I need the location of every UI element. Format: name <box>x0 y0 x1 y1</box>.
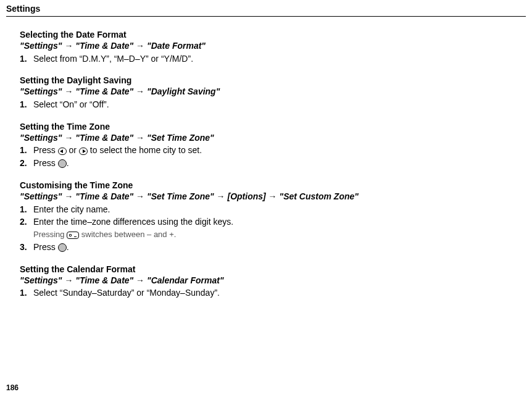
header-divider <box>6 16 526 17</box>
step-text-pre: Press <box>33 242 58 252</box>
step-number: 2. <box>20 216 33 228</box>
nav-path-segment: "Settings" <box>20 133 62 143</box>
step-number: 1. <box>20 144 33 156</box>
nav-path-segment: "Daylight Saving" <box>147 86 220 96</box>
step-body: Enter the city name. <box>33 204 372 215</box>
nav-path-segment: "Time & Date" <box>75 191 133 201</box>
step-text-post: . <box>67 158 69 168</box>
nav-path: "Settings" → "Time & Date" → "Daylight S… <box>20 86 372 98</box>
step-text: Select from “D.M.Y”, “M–D–Y” or “Y/M/D”. <box>33 54 193 64</box>
nav-path-segment: "Time & Date" <box>75 41 133 51</box>
key-icon <box>67 232 79 239</box>
step-row: 1.Press or to select the home city to se… <box>20 144 372 156</box>
nav-path: "Settings" → "Time & Date" → "Set Time Z… <box>20 133 372 144</box>
step-row: 1.Select “Sunday–Saturday” or “Monday–Su… <box>20 287 372 299</box>
step-text-post: . <box>67 242 69 252</box>
nav-path-segment: "Settings" <box>20 41 62 51</box>
step-body: Press or to select the home city to set. <box>33 144 372 156</box>
arrow-icon: → <box>62 41 76 51</box>
arrow-icon: → <box>214 191 228 201</box>
ok-button-icon <box>58 243 67 252</box>
page: Settings Selecting the Date Format"Setti… <box>0 0 532 397</box>
step-text: Select “Sunday–Saturday” or “Monday–Sund… <box>33 288 220 298</box>
section-title: Customising the Time Zone <box>20 180 372 190</box>
nav-right-icon <box>79 148 88 155</box>
arrow-icon: → <box>133 191 147 201</box>
step-body: Enter the time–zone differences using th… <box>33 216 372 228</box>
nav-path: "Settings" → "Time & Date" → "Set Time Z… <box>20 191 372 203</box>
step-text-post: to select the home city to set. <box>88 145 202 155</box>
section-title: Setting the Calendar Format <box>20 264 372 274</box>
arrow-icon: → <box>62 86 76 96</box>
step-row: 2.Enter the time–zone differences using … <box>20 216 372 228</box>
nav-path-segment: [Options] <box>228 191 266 201</box>
section-title: Selecting the Date Format <box>20 30 372 40</box>
step-row: 1.Select “On” or “Off”. <box>20 99 372 111</box>
arrow-icon: → <box>133 86 147 96</box>
page-header: Settings <box>6 4 40 14</box>
arrow-icon: → <box>62 133 76 143</box>
nav-path-segment: "Settings" <box>20 191 62 201</box>
step-body: Select from “D.M.Y”, “M–D–Y” or “Y/M/D”. <box>33 53 372 65</box>
substep-text-post: switches between – and +. <box>79 230 176 239</box>
step-number: 1. <box>20 204 33 215</box>
step-number: 3. <box>20 241 33 253</box>
step-row: 3.Press . <box>20 241 372 253</box>
step-text: Enter the time–zone differences using th… <box>33 217 233 227</box>
arrow-icon: → <box>62 275 76 285</box>
step-text-pre: Press <box>33 158 58 168</box>
nav-path-segment: "Date Format" <box>147 41 206 51</box>
step-row: 1.Enter the city name. <box>20 204 372 215</box>
step-row: 2.Press . <box>20 157 372 169</box>
step-text: Enter the city name. <box>33 204 110 214</box>
nav-path-segment: "Time & Date" <box>75 86 133 96</box>
page-content: Selecting the Date Format"Settings" → "T… <box>20 30 372 300</box>
nav-path: "Settings" → "Time & Date" → "Date Forma… <box>20 41 372 52</box>
step-number: 1. <box>20 287 33 299</box>
nav-path-segment: "Settings" <box>20 275 62 285</box>
page-number: 186 <box>6 383 19 392</box>
step-number: 2. <box>20 157 33 169</box>
nav-path-segment: "Time & Date" <box>75 275 133 285</box>
nav-left-icon <box>58 148 67 155</box>
step-substep: Pressing switches between – and +. <box>33 229 372 240</box>
step-row: 1.Select from “D.M.Y”, “M–D–Y” or “Y/M/D… <box>20 53 372 65</box>
step-number: 1. <box>20 99 33 111</box>
step-body: Press . <box>33 241 372 253</box>
nav-path-segment: "Time & Date" <box>75 133 133 143</box>
arrow-icon: → <box>133 41 147 51</box>
nav-path: "Settings" → "Time & Date" → "Calendar F… <box>20 275 372 286</box>
substep-text-pre: Pressing <box>33 230 67 239</box>
step-body: Press . <box>33 157 372 169</box>
section-title: Setting the Time Zone <box>20 122 372 132</box>
nav-path-segment: "Set Time Zone" <box>147 133 214 143</box>
step-body: Select “On” or “Off”. <box>33 99 372 111</box>
step-body: Select “Sunday–Saturday” or “Monday–Sund… <box>33 287 372 299</box>
step-text: Select “On” or “Off”. <box>33 99 109 109</box>
arrow-icon: → <box>266 191 280 201</box>
arrow-icon: → <box>133 275 147 285</box>
nav-path-segment: "Set Custom Zone" <box>280 191 359 201</box>
ok-button-icon <box>58 159 67 168</box>
section-title: Setting the Daylight Saving <box>20 75 372 85</box>
arrow-icon: → <box>62 191 76 201</box>
step-number: 1. <box>20 53 33 65</box>
nav-path-segment: "Set Time Zone" <box>147 191 214 201</box>
step-text-pre: Press <box>33 145 58 155</box>
nav-path-segment: "Settings" <box>20 86 62 96</box>
arrow-icon: → <box>133 133 147 143</box>
nav-path-segment: "Calendar Format" <box>147 275 224 285</box>
step-text-mid: or <box>67 145 79 155</box>
